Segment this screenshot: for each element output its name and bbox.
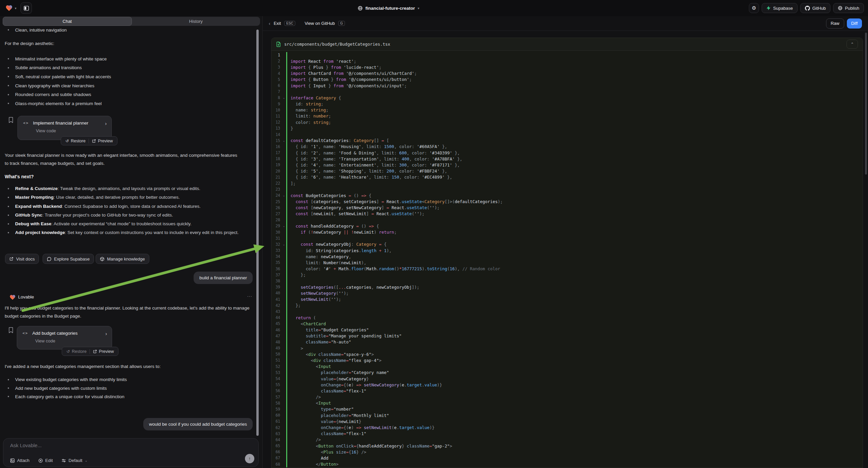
code-text: const handleAddCategory = () => { <box>287 224 379 229</box>
code-text: placeholder="Monthly limit" <box>287 413 389 418</box>
supabase-button[interactable]: Supabase <box>762 3 798 13</box>
code-text: interface Category { <box>287 95 341 100</box>
list-item: Soft, neutral color palette with light b… <box>5 72 249 81</box>
code-text: id: string; <box>287 101 323 107</box>
view-code-link[interactable]: View code <box>36 128 106 133</box>
diff-toggle-button[interactable]: Diff <box>847 19 862 29</box>
file-path: src/components/budget/BudgetCategories.t… <box>284 41 390 47</box>
chat-scrollbar[interactable] <box>256 30 259 436</box>
explore-supabase-button[interactable]: Explore Supabase <box>42 254 94 264</box>
publish-button[interactable]: Publish <box>833 3 864 13</box>
line-number: 8 <box>272 95 281 100</box>
exit-button[interactable]: Exit <box>274 21 281 26</box>
list-item: GitHub Sync: Transfer your project's cod… <box>5 211 245 220</box>
line-number: 19 <box>272 163 281 167</box>
code-text: } <box>287 126 293 131</box>
logo-chevron-down-icon[interactable]: ▾ <box>15 6 17 10</box>
fold-chevron-icon[interactable]: ⌄ <box>281 139 286 142</box>
chat-bubble-icon <box>47 257 51 261</box>
list-item: Master Prompting: Use clear, detailed, a… <box>5 193 245 202</box>
github-button[interactable]: GitHub <box>800 3 830 13</box>
chat-input[interactable] <box>10 442 211 448</box>
project-chevron-down-icon: ▾ <box>418 6 420 10</box>
code-line: 56 className="flex-1" <box>272 388 863 394</box>
code-line: 35 limit: Number(newLimit), <box>272 260 863 266</box>
lovable-heart-icon <box>9 294 16 300</box>
code-text: name: newCategory, <box>287 254 351 259</box>
code-text: import ChartCard from '@/components/ui/C… <box>287 71 417 76</box>
visit-docs-button[interactable]: Visit docs <box>5 254 39 264</box>
code-line: 55 onChange={(e) => setNewCategory(e.tar… <box>272 382 863 388</box>
line-number: 56 <box>272 388 281 393</box>
settings-button[interactable]: ⚙ <box>749 3 759 13</box>
version-card-add-budget-categories[interactable]: <> Add budget categories › View code <box>17 326 112 350</box>
code-line: 60 placeholder="Monthly limit" <box>272 412 863 418</box>
raw-toggle-button[interactable]: Raw <box>826 19 844 29</box>
code-panel-scrollbar[interactable] <box>865 33 867 175</box>
chevron-right-icon: › <box>105 120 107 126</box>
code-line: 5import { Button } from '@/components/ui… <box>272 77 863 83</box>
design-bullet-list: Minimalist interface with plenty of whit… <box>5 54 249 108</box>
fold-chevron-icon[interactable]: ⌄ <box>281 96 286 99</box>
restore-button[interactable]: ↺ Restore <box>62 139 89 143</box>
list-item: Add new budget categories with custom li… <box>5 384 249 392</box>
code-line: 36 color: '#' + Math.floor(Math.random()… <box>272 266 863 272</box>
code-line: 53 placeholder="Category name" <box>272 370 863 376</box>
line-number: 16 <box>272 144 281 149</box>
code-line: 10 name: string; <box>272 107 863 113</box>
esc-key-badge: ESC <box>284 21 295 26</box>
file-diff-card: src/components/budget/BudgetCategories.t… <box>271 38 863 468</box>
project-switcher[interactable]: financial-future-creator ▾ <box>358 0 420 16</box>
fold-chevron-icon[interactable]: ⌄ <box>281 224 286 228</box>
code-text: className="h-auto" <box>287 340 351 345</box>
line-number: 1 <box>272 53 281 57</box>
message-more-button[interactable]: ⋯ <box>247 293 252 299</box>
code-line: 65 <Button onClick={handleAddCategory} c… <box>272 443 863 449</box>
preview-button[interactable]: Preview <box>90 349 117 354</box>
fold-chevron-icon[interactable]: ⌄ <box>281 194 286 197</box>
collapse-file-button[interactable]: ⌃ <box>846 39 858 49</box>
code-line: 7 <box>272 89 863 95</box>
fold-chevron-icon[interactable]: ⌄ <box>281 243 286 246</box>
line-number: 37 <box>272 273 281 277</box>
view-code-link[interactable]: View code <box>35 339 106 344</box>
bookmark-icon[interactable] <box>8 327 14 333</box>
gear-icon: ⚙ <box>752 5 756 11</box>
model-selector[interactable]: Default ⌄ <box>61 458 88 463</box>
list-item: Refine & Customize: Tweak the design, an… <box>5 184 245 193</box>
tab-chat[interactable]: Chat <box>3 17 132 26</box>
bookmark-icon[interactable] <box>8 117 14 123</box>
restore-icon: ↺ <box>65 139 69 143</box>
line-number: 33 <box>272 248 281 253</box>
code-text: value={newLimit} <box>287 419 361 424</box>
code-line: 17 { id: '2', name: 'Food & Dining', lim… <box>272 150 863 156</box>
line-number: 49 <box>272 346 281 351</box>
line-number: 32 <box>272 242 281 247</box>
list-item: Add project knowledge: Set key context o… <box>5 228 245 237</box>
code-line: 54 value={newCategory} <box>272 376 863 382</box>
code-text: return ( <box>287 315 316 320</box>
lovable-logo-heart-icon[interactable] <box>5 4 13 12</box>
send-button[interactable]: ↑ <box>245 454 254 463</box>
back-chevron-icon[interactable]: ‹ <box>269 21 271 26</box>
line-number: 12 <box>272 120 281 124</box>
code-text: onChange={(e) => setNewLimit(e.target.va… <box>287 425 434 430</box>
line-number: 6 <box>272 83 281 88</box>
toggle-sidebar-button[interactable] <box>21 2 32 14</box>
edit-mode-button[interactable]: Edit <box>38 458 53 463</box>
diff-added-gutter <box>286 131 287 137</box>
restore-button[interactable]: ↺ Restore <box>63 349 90 354</box>
preview-button[interactable]: Preview <box>89 139 116 143</box>
code-line: 32⌄ const newCategoryObj: Category = { <box>272 241 863 247</box>
file-header[interactable]: src/components/budget/BudgetCategories.t… <box>272 38 863 51</box>
code-text: { id: '6', name: 'Healthcare', limit: 15… <box>287 175 452 180</box>
manage-knowledge-button[interactable]: Manage knowledge <box>96 254 149 264</box>
view-on-github-link[interactable]: View on GitHub <box>305 21 335 26</box>
tab-history[interactable]: History <box>132 17 260 26</box>
code-text: className="flex-1" <box>287 431 366 436</box>
code-line: 38 <box>272 278 863 284</box>
line-number: 14 <box>272 132 281 137</box>
line-number: 68 <box>272 462 281 467</box>
code-line: 57 /> <box>272 394 863 400</box>
attach-button[interactable]: Attach <box>10 458 30 463</box>
